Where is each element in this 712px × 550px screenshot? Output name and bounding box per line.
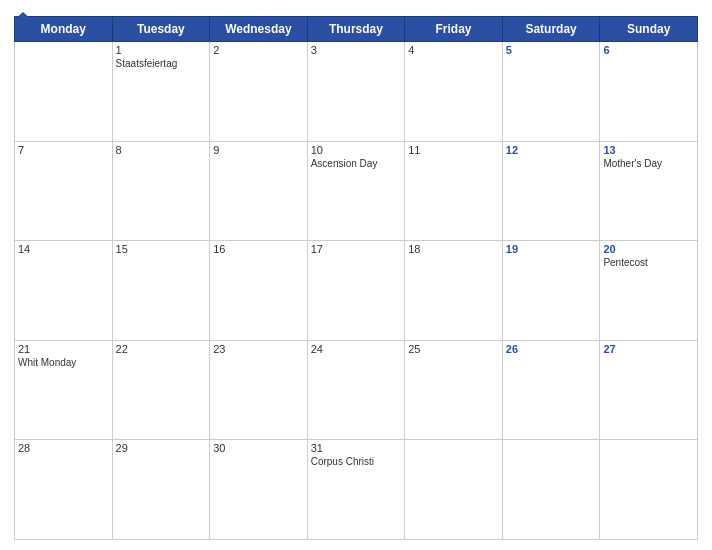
calendar-cell: 15 bbox=[112, 241, 210, 341]
calendar-cell: 21Whit Monday bbox=[15, 340, 113, 440]
calendar-cell: 23 bbox=[210, 340, 308, 440]
day-number: 28 bbox=[18, 442, 109, 454]
calendar-cell: 10Ascension Day bbox=[307, 141, 405, 241]
calendar-cell: 2 bbox=[210, 42, 308, 142]
calendar-table: MondayTuesdayWednesdayThursdayFridaySatu… bbox=[14, 16, 698, 540]
calendar-cell: 16 bbox=[210, 241, 308, 341]
day-number: 10 bbox=[311, 144, 402, 156]
holiday-label: Pentecost bbox=[603, 257, 694, 268]
day-number: 11 bbox=[408, 144, 499, 156]
day-number: 12 bbox=[506, 144, 597, 156]
holiday-label: Mother's Day bbox=[603, 158, 694, 169]
day-number: 20 bbox=[603, 243, 694, 255]
calendar-cell: 3 bbox=[307, 42, 405, 142]
calendar-cell: 24 bbox=[307, 340, 405, 440]
weekday-friday: Friday bbox=[405, 17, 503, 42]
weekday-saturday: Saturday bbox=[502, 17, 600, 42]
day-number: 30 bbox=[213, 442, 304, 454]
calendar-cell: 8 bbox=[112, 141, 210, 241]
calendar-cell: 22 bbox=[112, 340, 210, 440]
calendar-cell: 12 bbox=[502, 141, 600, 241]
calendar-cell: 11 bbox=[405, 141, 503, 241]
calendar-page: MondayTuesdayWednesdayThursdayFridaySatu… bbox=[0, 0, 712, 550]
day-number: 16 bbox=[213, 243, 304, 255]
weekday-tuesday: Tuesday bbox=[112, 17, 210, 42]
calendar-cell: 25 bbox=[405, 340, 503, 440]
day-number: 5 bbox=[506, 44, 597, 56]
calendar-cell: 27 bbox=[600, 340, 698, 440]
weekday-header-row: MondayTuesdayWednesdayThursdayFridaySatu… bbox=[15, 17, 698, 42]
day-number: 25 bbox=[408, 343, 499, 355]
calendar-cell: 17 bbox=[307, 241, 405, 341]
day-number: 3 bbox=[311, 44, 402, 56]
day-number: 6 bbox=[603, 44, 694, 56]
day-number: 18 bbox=[408, 243, 499, 255]
calendar-cell: 30 bbox=[210, 440, 308, 540]
calendar-cell: 7 bbox=[15, 141, 113, 241]
day-number: 24 bbox=[311, 343, 402, 355]
calendar-cell: 18 bbox=[405, 241, 503, 341]
day-number: 15 bbox=[116, 243, 207, 255]
day-number: 14 bbox=[18, 243, 109, 255]
calendar-cell: 19 bbox=[502, 241, 600, 341]
day-number: 9 bbox=[213, 144, 304, 156]
day-number: 4 bbox=[408, 44, 499, 56]
day-number: 2 bbox=[213, 44, 304, 56]
calendar-cell: 9 bbox=[210, 141, 308, 241]
day-number: 22 bbox=[116, 343, 207, 355]
day-number: 23 bbox=[213, 343, 304, 355]
calendar-week-4: 21Whit Monday222324252627 bbox=[15, 340, 698, 440]
calendar-week-1: 1Staatsfeiertag23456 bbox=[15, 42, 698, 142]
holiday-label: Whit Monday bbox=[18, 357, 109, 368]
calendar-cell bbox=[502, 440, 600, 540]
day-number: 21 bbox=[18, 343, 109, 355]
holiday-label: Corpus Christi bbox=[311, 456, 402, 467]
calendar-week-5: 28293031Corpus Christi bbox=[15, 440, 698, 540]
day-number: 27 bbox=[603, 343, 694, 355]
day-number: 1 bbox=[116, 44, 207, 56]
calendar-cell: 26 bbox=[502, 340, 600, 440]
calendar-cell: 5 bbox=[502, 42, 600, 142]
day-number: 8 bbox=[116, 144, 207, 156]
calendar-cell bbox=[405, 440, 503, 540]
calendar-cell: 4 bbox=[405, 42, 503, 142]
calendar-week-2: 78910Ascension Day111213Mother's Day bbox=[15, 141, 698, 241]
svg-marker-0 bbox=[14, 12, 32, 26]
logo bbox=[14, 10, 32, 28]
calendar-cell: 31Corpus Christi bbox=[307, 440, 405, 540]
calendar-cell: 1Staatsfeiertag bbox=[112, 42, 210, 142]
day-number: 13 bbox=[603, 144, 694, 156]
day-number: 29 bbox=[116, 442, 207, 454]
calendar-cell: 14 bbox=[15, 241, 113, 341]
day-number: 31 bbox=[311, 442, 402, 454]
weekday-thursday: Thursday bbox=[307, 17, 405, 42]
calendar-cell: 20Pentecost bbox=[600, 241, 698, 341]
calendar-cell: 29 bbox=[112, 440, 210, 540]
holiday-label: Ascension Day bbox=[311, 158, 402, 169]
day-number: 26 bbox=[506, 343, 597, 355]
day-number: 17 bbox=[311, 243, 402, 255]
calendar-cell bbox=[600, 440, 698, 540]
weekday-wednesday: Wednesday bbox=[210, 17, 308, 42]
calendar-cell bbox=[15, 42, 113, 142]
calendar-week-3: 14151617181920Pentecost bbox=[15, 241, 698, 341]
logo-bird-icon bbox=[14, 10, 32, 28]
day-number: 7 bbox=[18, 144, 109, 156]
holiday-label: Staatsfeiertag bbox=[116, 58, 207, 69]
weekday-sunday: Sunday bbox=[600, 17, 698, 42]
calendar-cell: 28 bbox=[15, 440, 113, 540]
calendar-cell: 6 bbox=[600, 42, 698, 142]
calendar-cell: 13Mother's Day bbox=[600, 141, 698, 241]
day-number: 19 bbox=[506, 243, 597, 255]
